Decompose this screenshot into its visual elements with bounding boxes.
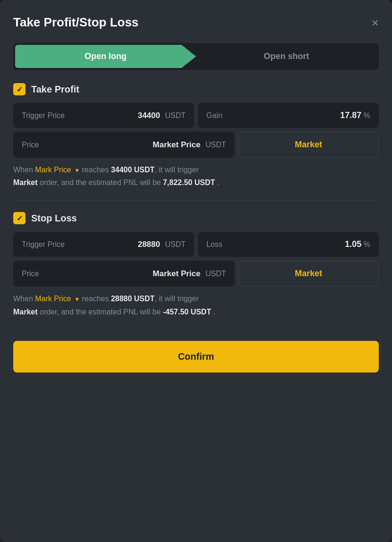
take-profit-row-1: Trigger Price 34400 USDT Gain 17.87 % (13, 103, 379, 128)
desc-order-sl: Market (13, 308, 38, 316)
loss-value-group: 1.05 % (345, 239, 370, 249)
mark-price-link-tp[interactable]: Mark Price ▼ (35, 166, 82, 174)
stop-loss-market-button[interactable]: Market (239, 261, 379, 287)
desc-pnl-sl: -457.50 USDT (163, 308, 211, 316)
price-unit-sl: USDT (205, 270, 226, 278)
desc-reaches-sl: reaches 28880 USDT, it will trigger (82, 295, 199, 303)
price-value-sl: Market Price (153, 269, 200, 278)
sl-trigger-price-unit: USDT (165, 240, 186, 248)
price-value-group-tp: Market Price USDT (153, 140, 226, 150)
stop-loss-header: ✓ Stop Loss (13, 212, 379, 224)
take-profit-description: When Mark Price ▼ reaches 34400 USDT, it… (13, 163, 379, 189)
sl-trigger-price-value: 28880 (138, 240, 160, 249)
desc-order-tp: Market (13, 178, 38, 186)
gain-label: Gain (206, 111, 222, 120)
loss-unit: % (364, 240, 370, 248)
checkmark-icon: ✓ (17, 85, 23, 94)
price-label-sl: Price (22, 270, 39, 278)
mark-price-text-sl: Mark Price (35, 295, 71, 303)
take-profit-row-2: Price Market Price USDT Market (13, 132, 379, 158)
price-value-group-sl: Market Price USDT (153, 269, 226, 279)
tab-bar: Open long Open short (13, 43, 379, 70)
trigger-price-value-group: 34400 USDT (138, 111, 186, 120)
desc-order-suffix-tp: order, and the estimated PNL will be (40, 178, 163, 186)
stop-loss-description: When Mark Price ▼ reaches 28880 USDT, it… (13, 292, 379, 318)
mark-price-text-tp: Mark Price (35, 166, 71, 174)
gain-unit: % (364, 111, 370, 119)
gain-value: 17.87 (340, 110, 361, 120)
gain-box[interactable]: Gain 17.87 % (198, 103, 379, 128)
desc-order-suffix-sl: order, and the estimated PNL will be (40, 308, 163, 316)
mark-price-arrow-sl: ▼ (74, 296, 80, 303)
take-profit-checkbox[interactable]: ✓ (13, 83, 26, 95)
modal-container: Take Profit/Stop Loss × Open long Open s… (0, 0, 392, 542)
tab-open-long[interactable]: Open long (15, 45, 196, 68)
divider (13, 200, 379, 201)
desc-when-sl: When (13, 295, 33, 303)
stop-loss-trigger-price-box[interactable]: Trigger Price 28880 USDT (13, 232, 194, 257)
desc-pnl-tp: 7,822.50 USDT (163, 178, 215, 186)
take-profit-market-button[interactable]: Market (239, 132, 379, 158)
take-profit-section: ✓ Take Profit Trigger Price 34400 USDT G… (13, 83, 379, 189)
stop-loss-checkbox[interactable]: ✓ (13, 212, 26, 224)
price-label-tp: Price (22, 141, 39, 149)
close-button[interactable]: × (372, 17, 379, 29)
take-profit-header: ✓ Take Profit (13, 83, 379, 95)
loss-value: 1.05 (345, 239, 361, 249)
confirm-button[interactable]: Confirm (13, 341, 379, 373)
loss-box[interactable]: Loss 1.05 % (198, 232, 379, 257)
trigger-price-value: 34400 (138, 111, 160, 120)
stop-loss-checkmark-icon: ✓ (17, 214, 23, 223)
sl-trigger-price-value-group: 28880 USDT (138, 240, 186, 249)
tab-open-short[interactable]: Open short (196, 45, 377, 68)
sl-trigger-price-label: Trigger Price (22, 240, 65, 249)
desc-when-tp: When (13, 166, 33, 174)
mark-price-arrow-tp: ▼ (74, 167, 80, 174)
price-unit-tp: USDT (205, 141, 226, 149)
desc-period-tp: . (217, 178, 219, 186)
desc-reaches-tp: reaches 34400 USDT, it will trigger (82, 166, 199, 174)
loss-label: Loss (206, 240, 222, 249)
stop-loss-row-1: Trigger Price 28880 USDT Loss 1.05 % (13, 232, 379, 257)
stop-loss-section: ✓ Stop Loss Trigger Price 28880 USDT Los… (13, 212, 379, 318)
modal-title: Take Profit/Stop Loss (13, 15, 138, 30)
trigger-price-label: Trigger Price (22, 111, 65, 120)
desc-period-sl: . (213, 308, 215, 316)
stop-loss-row-2: Price Market Price USDT Market (13, 261, 379, 287)
gain-value-group: 17.87 % (340, 110, 370, 120)
take-profit-price-box[interactable]: Price Market Price USDT (13, 132, 235, 158)
take-profit-trigger-price-box[interactable]: Trigger Price 34400 USDT (13, 103, 194, 128)
price-value-tp: Market Price (153, 140, 200, 149)
trigger-price-unit: USDT (165, 111, 186, 119)
modal-header: Take Profit/Stop Loss × (13, 15, 379, 30)
take-profit-label: Take Profit (31, 84, 79, 95)
mark-price-link-sl[interactable]: Mark Price ▼ (35, 295, 82, 303)
stop-loss-label: Stop Loss (31, 213, 77, 224)
stop-loss-price-box[interactable]: Price Market Price USDT (13, 261, 235, 287)
